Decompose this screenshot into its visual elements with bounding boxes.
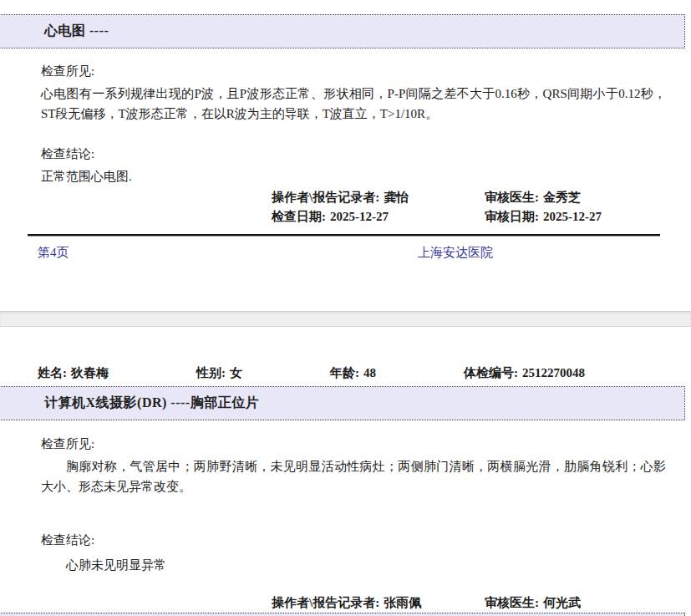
- page-number: 第4页: [38, 245, 69, 261]
- ecg-findings-text: 心电图有一系列规律出现的P波，且P波形态正常、形状相同，P-P间隔之差不大于0.…: [41, 84, 666, 124]
- page-separator: [0, 311, 691, 327]
- ecg-section-title: 心电图 ----: [44, 23, 109, 40]
- dr-reviewer-line: 审核医生:何光武: [485, 595, 581, 611]
- dr-conclusion-label: 检查结论:: [41, 532, 94, 548]
- dr-reviewer-label: 审核医生:: [485, 596, 539, 609]
- ecg-exam-date: 2025-12-27: [330, 210, 389, 223]
- dr-section-title: 计算机X线摄影(DR) ----胸部正位片: [44, 395, 259, 412]
- ecg-operator-label: 操作者\报告记录者:: [272, 191, 379, 204]
- next-section-header-bar-partial: [0, 613, 685, 616]
- hospital-name: 上海安达医院: [418, 245, 493, 261]
- footer-divider-rule: [28, 234, 660, 237]
- patient-age-value: 48: [363, 366, 376, 379]
- dr-findings-label: 检查所见:: [41, 436, 94, 452]
- medical-report-page: 心电图 ---- 检查所见: 心电图有一系列规律出现的P波，且P波形态正常、形状…: [0, 0, 691, 616]
- ecg-review-date-line: 审核日期:2025-12-27: [485, 209, 602, 225]
- patient-exam-id-value: 2512270048: [522, 366, 585, 379]
- patient-age-field: 年龄:48: [330, 365, 376, 381]
- ecg-operator-line: 操作者\报告记录者:龚怡: [272, 190, 409, 206]
- dr-reviewer-name: 何光武: [543, 596, 581, 609]
- ecg-conclusion-text: 正常范围心电图.: [41, 169, 132, 185]
- dr-operator-label: 操作者\报告记录者:: [272, 596, 379, 609]
- ecg-conclusion-label: 检查结论:: [41, 146, 94, 162]
- dr-operator-name: 张雨佩: [384, 596, 421, 609]
- patient-name-field: 姓名:狄春梅: [38, 365, 109, 381]
- ecg-review-date: 2025-12-27: [543, 210, 602, 223]
- ecg-review-date-label: 审核日期:: [485, 210, 539, 223]
- patient-gender-value: 女: [230, 366, 242, 379]
- dr-findings-text: 胸廓对称，气管居中；两肺野清晰，未见明显活动性病灶；两侧肺门清晰，两横膈光滑，肋…: [41, 456, 666, 496]
- ecg-exam-date-label: 检查日期:: [272, 210, 326, 223]
- patient-name-label: 姓名:: [38, 366, 67, 379]
- ecg-reviewer-label: 审核医生:: [485, 191, 539, 204]
- patient-exam-id-field: 体检编号:2512270048: [464, 365, 585, 381]
- patient-gender-label: 性别:: [196, 366, 226, 379]
- patient-exam-id-label: 体检编号:: [464, 366, 518, 379]
- ecg-operator-name: 龚怡: [384, 191, 409, 204]
- patient-name-value: 狄春梅: [71, 366, 109, 379]
- dr-operator-line: 操作者\报告记录者:张雨佩: [272, 595, 421, 611]
- patient-age-label: 年龄:: [330, 366, 359, 379]
- patient-gender-field: 性别:女: [196, 365, 242, 381]
- dr-section-header-bar: 计算机X线摄影(DR) ----胸部正位片: [0, 386, 685, 420]
- ecg-section-header-bar: 心电图 ----: [0, 14, 685, 48]
- dr-conclusion-text: 心肺未见明显异常: [41, 557, 166, 573]
- ecg-reviewer-line: 审核医生:金秀芝: [485, 190, 581, 206]
- ecg-exam-date-line: 检查日期:2025-12-27: [272, 209, 389, 225]
- ecg-reviewer-name: 金秀芝: [543, 191, 581, 204]
- ecg-findings-label: 检查所见:: [41, 64, 94, 79]
